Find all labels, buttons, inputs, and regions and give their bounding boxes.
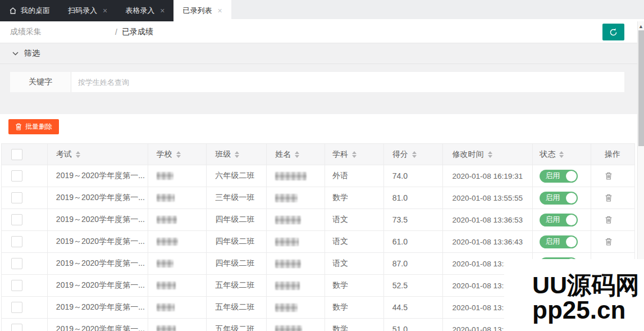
name-redacted <box>275 282 300 290</box>
subject-cell: 数学 <box>325 187 384 208</box>
status-toggle[interactable]: 启用 <box>540 214 578 226</box>
subject-cell: 语文 <box>325 209 384 230</box>
column-header-exam[interactable]: 考试 <box>48 144 148 165</box>
table-row: 2019～2020学年度第一... 三年级一班 数学 81.0 2020-01-… <box>2 187 634 209</box>
delete-row-button[interactable] <box>605 238 613 246</box>
tab-bar: 我的桌面 扫码录入 × 表格录入 × 已录列表 × <box>0 0 231 21</box>
filter-collapse-header[interactable]: 筛选 <box>0 43 644 64</box>
class-cell: 六年级二班 <box>207 165 267 187</box>
row-checkbox[interactable] <box>11 324 22 331</box>
breadcrumb-separator: / <box>115 28 117 37</box>
caret-up-down-icon[interactable] <box>176 151 181 158</box>
breadcrumb: 成绩采集 / 已录成绩 <box>10 21 181 43</box>
name-redacted <box>275 172 307 180</box>
column-header-class[interactable]: 班级 <box>207 144 267 165</box>
exam-cell: 2019～2020学年度第一... <box>48 319 148 331</box>
breadcrumb-current: 已录成绩 <box>122 27 181 37</box>
school-redacted <box>157 303 175 311</box>
status-toggle[interactable]: 启用 <box>540 192 578 205</box>
caret-up-down-icon[interactable] <box>559 151 564 158</box>
home-icon <box>9 7 17 15</box>
subject-cell: 数学 <box>325 275 384 296</box>
caret-up-down-icon[interactable] <box>295 151 299 158</box>
subject-cell: 语文 <box>325 253 384 274</box>
name-redacted <box>275 260 301 268</box>
tab-label: 扫码录入 <box>68 6 97 16</box>
class-cell: 四年级二班 <box>207 209 267 230</box>
batch-delete-label: 批量删除 <box>25 122 52 132</box>
exam-cell: 2019～2020学年度第一... <box>48 209 148 230</box>
school-redacted <box>157 216 177 224</box>
score-cell: 52.5 <box>384 275 443 296</box>
row-checkbox[interactable] <box>11 236 22 247</box>
column-header-subject[interactable]: 学科 <box>325 144 384 165</box>
class-cell: 五年级二班 <box>207 275 267 296</box>
keyword-label: 关键字 <box>10 72 71 92</box>
modified-cell: 2020-01-08 13:36:53 <box>443 209 533 230</box>
column-header-modified[interactable]: 修改时间 <box>443 144 533 165</box>
score-cell: 74.0 <box>384 165 443 187</box>
name-redacted <box>275 325 302 331</box>
toggle-knob <box>566 171 577 182</box>
column-header-name[interactable]: 姓名 <box>267 144 325 165</box>
table-row: 2019～2020学年度第一... 四年级二班 语文 73.5 2020-01-… <box>2 209 634 231</box>
scrollbar-thumb[interactable] <box>638 30 644 146</box>
delete-row-button[interactable] <box>605 172 613 180</box>
score-cell: 44.5 <box>384 297 443 318</box>
close-icon[interactable]: × <box>103 7 107 15</box>
exam-cell: 2019～2020学年度第一... <box>48 231 148 252</box>
table-header-row: 考试 学校 班级 姓名 学科 得分 <box>2 144 634 165</box>
caret-up-down-icon[interactable] <box>76 151 80 158</box>
caret-up-down-icon[interactable] <box>235 151 239 158</box>
breadcrumb-bar: 成绩采集 / 已录成绩 <box>0 21 644 43</box>
score-cell: 61.0 <box>384 231 443 252</box>
caret-up-down-icon[interactable] <box>412 151 417 158</box>
delete-row-button[interactable] <box>605 194 613 202</box>
school-redacted <box>157 194 175 202</box>
row-checkbox[interactable] <box>11 302 22 313</box>
close-icon[interactable]: × <box>217 7 222 15</box>
row-checkbox[interactable] <box>11 192 22 203</box>
tab-my-desktop[interactable]: 我的桌面 <box>0 0 59 21</box>
exam-cell: 2019～2020学年度第一... <box>48 165 148 187</box>
school-redacted <box>157 282 176 289</box>
class-cell: 五年级二班 <box>207 297 267 318</box>
chevron-down-icon <box>12 52 19 56</box>
row-checkbox[interactable] <box>11 170 22 182</box>
caret-up-down-icon[interactable] <box>352 151 357 158</box>
class-cell: 四年级二班 <box>207 231 267 252</box>
refresh-icon <box>609 28 618 37</box>
column-header-school[interactable]: 学校 <box>148 144 207 165</box>
breadcrumb-parent[interactable]: 成绩采集 <box>10 27 111 37</box>
delete-row-button[interactable] <box>605 216 613 224</box>
status-toggle[interactable]: 启用 <box>540 235 578 248</box>
filter-section: 筛选 关键字 <box>0 43 644 114</box>
subject-cell: 语文 <box>325 231 384 252</box>
column-header-score[interactable]: 得分 <box>384 144 443 165</box>
column-header-operation: 操作 <box>591 144 634 165</box>
row-checkbox[interactable] <box>11 280 22 291</box>
refresh-button[interactable] <box>602 24 624 40</box>
score-cell: 81.0 <box>384 187 443 208</box>
select-all-checkbox[interactable] <box>11 149 22 160</box>
class-cell: 五年级二班 <box>207 319 267 331</box>
exam-cell: 2019～2020学年度第一... <box>48 297 148 318</box>
trash-icon <box>15 123 22 130</box>
row-checkbox[interactable] <box>11 214 22 225</box>
subject-cell: 数学 <box>325 319 384 331</box>
exam-cell: 2019～2020学年度第一... <box>48 275 148 296</box>
row-checkbox[interactable] <box>11 258 22 269</box>
close-icon[interactable]: × <box>160 7 165 15</box>
name-redacted <box>275 216 301 224</box>
keyword-input[interactable] <box>71 72 624 92</box>
tab-scan-entry[interactable]: 扫码录入 × <box>59 0 116 21</box>
tab-table-entry[interactable]: 表格录入 × <box>116 0 173 21</box>
batch-delete-button[interactable]: 批量删除 <box>8 119 59 134</box>
column-header-status[interactable]: 状态 <box>533 144 591 165</box>
status-toggle[interactable]: 启用 <box>540 170 578 183</box>
caret-up-down-icon[interactable] <box>488 151 492 158</box>
chevron-up-icon[interactable]: ▲ <box>638 24 644 29</box>
tab-recorded-list[interactable]: 已录列表 × <box>173 0 231 21</box>
class-cell: 四年级二班 <box>207 253 267 274</box>
modified-cell: 2020-01-08 13:36:43 <box>443 231 533 252</box>
